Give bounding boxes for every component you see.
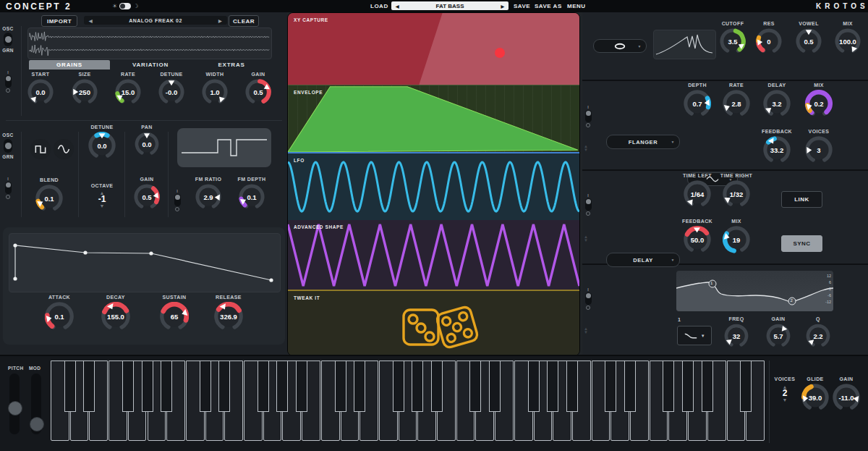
black-key[interactable] (431, 361, 443, 412)
power-switch[interactable] (585, 292, 592, 305)
menu-button[interactable]: MENU (567, 3, 586, 9)
eq-display[interactable]: 1 2 12 6 0 -6 -12 (676, 271, 833, 311)
rate-knob[interactable]: 15.0 (115, 79, 141, 105)
flanger-rate-knob[interactable]: 2.8 (723, 90, 750, 117)
black-key[interactable] (354, 361, 365, 412)
filter-type-dropdown[interactable]: ▼ (593, 39, 647, 53)
time-left-knob[interactable]: 1/64 (684, 180, 711, 208)
keyboard[interactable] (51, 361, 765, 443)
black-key[interactable] (200, 361, 211, 412)
tweak-it-randomizer[interactable]: TWEAK IT (288, 290, 579, 356)
delay-mix-knob[interactable]: 19 (723, 226, 750, 253)
release-knob[interactable]: 326.9 (214, 302, 243, 331)
black-key[interactable] (624, 361, 636, 412)
black-key[interactable] (276, 361, 288, 412)
osc-grn-toggle-2[interactable]: OSC GRN (1, 132, 14, 159)
power-switch[interactable] (585, 198, 592, 211)
black-key[interactable] (122, 361, 134, 412)
black-key[interactable] (83, 361, 95, 412)
lfo-editor[interactable]: LFO (288, 152, 579, 222)
osc1-power-toggle[interactable]: I (4, 71, 12, 93)
sustain-knob[interactable]: 65 (160, 302, 189, 331)
black-key[interactable] (566, 361, 578, 412)
preset-next-icon[interactable]: ▶ (501, 4, 504, 9)
osc-grn-switch[interactable] (4, 33, 12, 46)
load-button[interactable]: LOAD (370, 3, 388, 9)
black-key[interactable] (335, 361, 346, 412)
black-key[interactable] (258, 361, 269, 412)
size-knob[interactable]: 250 (72, 79, 98, 105)
blend-knob[interactable]: 0.1 (35, 185, 63, 212)
save-as-button[interactable]: SAVE AS (535, 3, 562, 9)
decay-knob[interactable]: 155.0 (101, 302, 130, 331)
grain-gain-knob[interactable]: 0.5 (245, 79, 271, 105)
osc2-gain-knob[interactable]: 0.5 (134, 184, 160, 210)
sample-next-icon[interactable]: ▶ (218, 18, 222, 23)
adsr-graph[interactable] (9, 233, 281, 292)
power-switch[interactable] (5, 75, 12, 88)
delay-feedback-knob[interactable]: 50.0 (684, 226, 711, 253)
time-right-knob[interactable]: 1/32 (723, 180, 750, 208)
osc2-power-toggle[interactable]: I (4, 177, 12, 199)
eq-power-toggle[interactable]: I (584, 288, 592, 310)
fm-power-toggle[interactable]: I (174, 190, 181, 211)
flanger-power-toggle[interactable]: I (584, 106, 592, 127)
black-key[interactable] (682, 361, 694, 412)
flanger-delay-knob[interactable]: 3.2 (763, 90, 791, 117)
eq-point-1[interactable]: 1 (710, 281, 712, 285)
osc-grn-switch[interactable] (4, 139, 12, 153)
octave-stepper[interactable]: ▲ -1 ▼ (98, 190, 106, 209)
tab-grains[interactable]: GRAINS (29, 60, 110, 69)
tab-variation[interactable]: VARIATION (110, 60, 191, 69)
osc2-detune-knob[interactable]: 0.0 (88, 132, 116, 159)
octave-down-icon[interactable]: ▼ (100, 203, 105, 209)
pitch-wheel[interactable] (9, 374, 20, 434)
sine-wave-button[interactable] (54, 139, 74, 159)
voices-stepper[interactable]: ▲ 2 ▼ (783, 384, 788, 403)
eq-q-knob[interactable]: 2.2 (806, 324, 830, 348)
fx2-type-dropdown[interactable]: DELAY ▼ (606, 253, 680, 267)
dice-icon[interactable] (392, 301, 482, 352)
black-key[interactable] (296, 361, 307, 412)
black-key[interactable] (605, 361, 616, 412)
flanger-feedback-knob[interactable]: 33.2 (763, 136, 791, 164)
clear-button[interactable]: CLEAR (229, 15, 259, 27)
eq-band-type-dropdown[interactable]: ▼ (677, 326, 712, 345)
black-key[interactable] (412, 361, 423, 412)
flanger-depth-knob[interactable]: 0.7 (684, 90, 711, 117)
import-button[interactable]: IMPORT (41, 15, 77, 27)
black-key[interactable] (161, 361, 172, 412)
flanger-mix-knob[interactable]: 0.2 (805, 90, 833, 117)
envelope-editor[interactable]: ENVELOPE (288, 85, 579, 153)
fx1-type-dropdown[interactable]: FLANGER ▼ (606, 135, 680, 149)
black-key[interactable] (469, 361, 481, 412)
master-gain-knob[interactable]: -11.0 (833, 384, 860, 411)
flanger-expand-icon[interactable]: ▲▼ (584, 145, 588, 152)
black-key[interactable] (663, 361, 674, 412)
theme-toggle[interactable]: ☀ ☽ (112, 3, 138, 9)
width-knob[interactable]: 1.0 (202, 79, 228, 105)
preset-prev-icon[interactable]: ◀ (396, 4, 399, 9)
vowel-knob[interactable]: 0.5 (796, 28, 822, 54)
black-key[interactable] (528, 361, 540, 412)
black-key[interactable] (64, 361, 76, 412)
xy-capture-pad[interactable]: XY CAPTURE (288, 13, 579, 85)
sample-waveform-display[interactable] (27, 28, 272, 59)
start-knob[interactable]: 0.0 (27, 79, 54, 105)
eq-gain-knob[interactable]: 5.7 (766, 324, 791, 348)
sync-button[interactable]: SYNC (781, 235, 822, 252)
link-button[interactable]: LINK (781, 191, 822, 208)
mod-wheel[interactable] (31, 374, 41, 434)
preset-selector[interactable]: ◀ FAT BASS ▶ (391, 1, 509, 10)
power-switch[interactable] (5, 182, 12, 194)
black-key[interactable] (547, 361, 558, 412)
glide-knob[interactable]: 39.0 (801, 384, 829, 411)
flanger-voices-knob[interactable]: 3 (805, 136, 833, 164)
theme-switch[interactable] (119, 3, 131, 9)
tab-extras[interactable]: EXTRAS (191, 60, 272, 69)
filter-mix-knob[interactable]: 100.0 (835, 28, 861, 54)
save-button[interactable]: SAVE (514, 3, 530, 9)
sample-selector[interactable]: ◀ ANALOG FREAK 02 ▶ (84, 16, 227, 25)
delay-expand-icon[interactable]: ▲▼ (584, 235, 588, 243)
black-key[interactable] (702, 361, 713, 412)
